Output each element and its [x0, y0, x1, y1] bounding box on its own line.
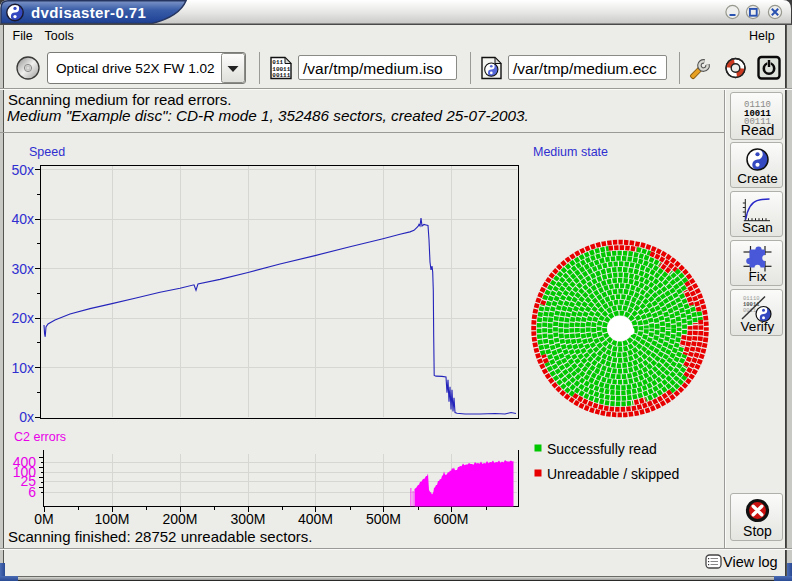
svg-text:6: 6 [28, 484, 36, 500]
svg-text:Scan: Scan [742, 220, 773, 235]
svg-text:Create: Create [737, 171, 778, 186]
svg-text:40x: 40x [11, 211, 34, 227]
svg-text:Successfully read: Successfully read [547, 441, 657, 457]
svg-text:100M: 100M [94, 511, 129, 527]
svg-text:0x: 0x [19, 409, 34, 425]
svg-text:500M: 500M [366, 511, 401, 527]
svg-text:0M: 0M [34, 511, 53, 527]
svg-text:200M: 200M [162, 511, 197, 527]
svg-text:Stop: Stop [743, 523, 772, 539]
svg-text:10x: 10x [11, 360, 34, 376]
svg-text:20x: 20x [11, 310, 34, 326]
svg-text:30x: 30x [11, 261, 34, 277]
svg-text:600M: 600M [433, 511, 468, 527]
svg-text:Unreadable / skipped: Unreadable / skipped [547, 466, 679, 482]
svg-text:50x: 50x [11, 162, 34, 178]
svg-text:400M: 400M [298, 511, 333, 527]
svg-text:300M: 300M [230, 511, 265, 527]
svg-text:Read: Read [741, 122, 774, 138]
svg-text:Verify: Verify [741, 319, 775, 334]
svg-text:Fix: Fix [749, 269, 767, 284]
